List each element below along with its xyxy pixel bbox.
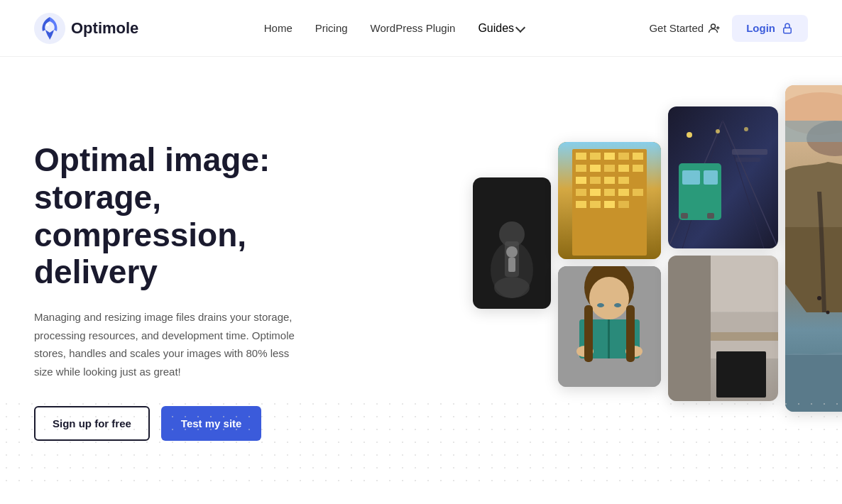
svg-point-77 [826,311,830,314]
svg-rect-34 [590,201,601,208]
svg-point-9 [506,246,518,258]
image-card-1 [473,177,551,309]
svg-rect-21 [604,165,615,172]
svg-rect-20 [590,165,601,172]
chevron-down-icon [515,22,525,32]
dots-decoration [0,398,842,483]
svg-rect-56 [704,170,718,185]
svg-rect-47 [584,305,593,362]
hero-description: Managing and resizing image files drains… [34,308,304,380]
lock-icon [781,22,794,35]
svg-rect-22 [618,165,629,172]
image-card-6 [785,85,842,412]
navigation: Optimole Home Pricing WordPress Plugin G… [0,0,842,57]
svg-rect-58 [707,213,714,219]
get-started-link[interactable]: Get Started [649,22,721,35]
svg-rect-32 [633,189,643,196]
nav-home[interactable]: Home [264,22,292,34]
svg-point-76 [817,296,821,300]
nav-links: Home Pricing WordPress Plugin Guides [264,22,524,35]
svg-rect-67 [668,256,711,401]
svg-point-59 [687,132,692,138]
person-add-icon [708,22,721,35]
hero-section: Optimal image: storage, compression, del… [0,57,842,483]
login-label: Login [746,22,775,34]
svg-rect-35 [604,201,615,208]
image-card-5 [668,256,778,401]
login-button[interactable]: Login [732,15,808,42]
nav-guides-dropdown[interactable]: Guides [478,22,524,35]
nav-right: Get Started Login [649,15,808,42]
svg-rect-75 [785,121,842,142]
image-card-2 [558,142,661,259]
brand-name: Optimole [71,19,138,38]
svg-rect-31 [618,189,629,196]
svg-rect-68 [711,256,778,312]
svg-rect-44 [608,319,610,358]
svg-rect-16 [604,153,615,160]
svg-point-7 [494,277,530,298]
svg-point-61 [744,127,748,131]
svg-rect-36 [618,201,629,208]
svg-rect-63 [736,158,760,162]
svg-rect-70 [711,332,778,341]
logo-link[interactable]: Optimole [34,13,138,44]
svg-rect-24 [576,177,586,184]
svg-rect-30 [604,189,615,196]
svg-rect-28 [576,189,586,196]
nav-guides-label: Guides [478,22,514,35]
hero-content: Optimal image: storage, compression, del… [34,141,375,442]
nav-wordpress-plugin[interactable]: WordPress Plugin [371,22,456,34]
svg-rect-69 [716,351,766,398]
svg-rect-55 [682,170,700,185]
svg-rect-17 [618,153,629,160]
svg-rect-18 [633,153,643,160]
svg-point-1 [46,23,49,26]
svg-rect-27 [618,177,629,184]
svg-rect-57 [681,213,688,219]
svg-rect-26 [604,177,615,184]
image-card-4 [668,106,778,248]
nav-pricing[interactable]: Pricing [315,22,348,34]
svg-point-2 [711,24,716,28]
svg-rect-33 [576,201,586,208]
logo-icon [34,13,65,44]
svg-point-41 [597,303,604,307]
get-started-label: Get Started [649,22,704,34]
hero-title: Optimal image: storage, compression, del… [34,141,375,292]
svg-rect-23 [633,165,643,172]
svg-point-42 [614,303,621,307]
svg-rect-19 [576,165,586,172]
svg-rect-62 [732,149,767,155]
svg-point-60 [716,129,720,133]
svg-rect-3 [784,28,792,33]
svg-rect-10 [508,258,515,272]
image-card-3 [558,266,661,387]
svg-rect-48 [626,305,635,362]
svg-rect-15 [590,153,601,160]
svg-rect-29 [590,189,601,196]
svg-rect-14 [576,153,586,160]
svg-point-40 [589,277,629,319]
svg-rect-25 [590,177,601,184]
